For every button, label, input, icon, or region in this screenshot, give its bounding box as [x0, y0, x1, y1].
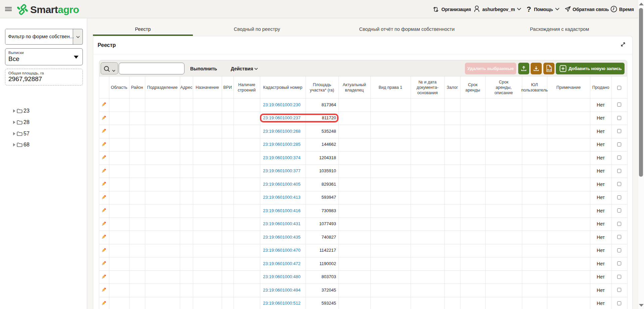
svg-text:XLS: XLS	[547, 69, 552, 71]
